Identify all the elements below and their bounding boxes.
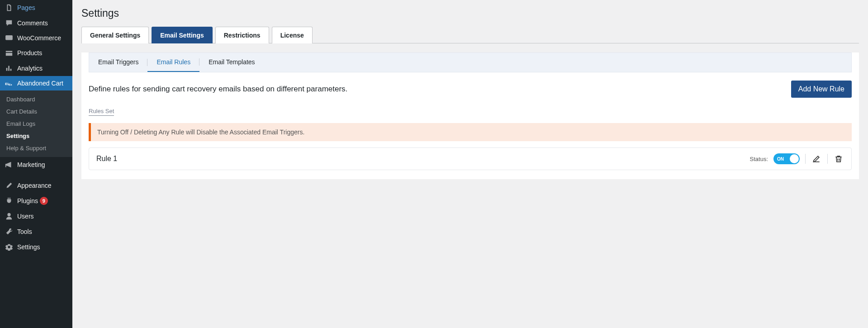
rule-title: Rule 1 bbox=[96, 155, 117, 163]
marketing-icon bbox=[5, 161, 14, 169]
submenu-item-label: Cart Details bbox=[6, 108, 37, 115]
status-label: Status: bbox=[750, 156, 768, 162]
pages-icon bbox=[5, 4, 14, 12]
woocommerce-icon bbox=[5, 35, 14, 41]
tabs-nav: General Settings Email Settings Restrict… bbox=[81, 27, 859, 43]
submenu-item-email-logs[interactable]: Email Logs bbox=[0, 118, 72, 130]
svg-text:Ex: Ex bbox=[9, 83, 12, 86]
submenu-item-settings[interactable]: Settings bbox=[0, 130, 72, 142]
sidebar-item-label: WooCommerce bbox=[17, 34, 61, 42]
tab-label: General Settings bbox=[90, 32, 140, 39]
trash-icon bbox=[834, 154, 843, 163]
submenu-item-cart-details[interactable]: Cart Details bbox=[0, 105, 72, 118]
submenu-item-dashboard[interactable]: Dashboard bbox=[0, 93, 72, 105]
sidebar-item-appearance[interactable]: Appearance bbox=[0, 178, 72, 193]
sidebar-item-label: Pages bbox=[17, 4, 35, 11]
page-title: Settings bbox=[81, 7, 859, 19]
sidebar-item-label: Users bbox=[17, 213, 34, 220]
edit-icon bbox=[812, 154, 821, 163]
tab-general-settings[interactable]: General Settings bbox=[81, 27, 149, 43]
tab-label: License bbox=[280, 32, 304, 39]
submenu-item-label: Dashboard bbox=[6, 96, 35, 103]
subtab-label: Email Templates bbox=[209, 58, 255, 66]
products-icon bbox=[5, 49, 14, 57]
plugins-update-badge: 9 bbox=[40, 197, 48, 205]
rules-set-label: Rules Set bbox=[89, 108, 114, 116]
warning-banner: Turning Off / Deleting Any Rule will Dis… bbox=[89, 123, 852, 141]
sidebar-item-label: Appearance bbox=[17, 182, 52, 189]
subtab-email-rules[interactable]: Email Rules bbox=[147, 53, 199, 72]
tab-email-settings[interactable]: Email Settings bbox=[152, 27, 212, 43]
plugins-icon bbox=[5, 197, 14, 205]
settings-panel: Email Triggers Email Rules Email Templat… bbox=[81, 52, 859, 179]
subtab-label: Email Triggers bbox=[98, 58, 138, 66]
submenu-item-label: Help & Support bbox=[6, 145, 46, 152]
sidebar-item-plugins[interactable]: Plugins 9 bbox=[0, 193, 72, 209]
tools-icon bbox=[5, 228, 14, 236]
abandoned-cart-icon: ELEx bbox=[5, 80, 14, 86]
comments-icon bbox=[5, 19, 14, 27]
sidebar-item-label: Tools bbox=[17, 228, 32, 235]
divider bbox=[827, 154, 828, 164]
subtabs-nav: Email Triggers Email Rules Email Templat… bbox=[89, 52, 852, 72]
sidebar-item-pages[interactable]: Pages bbox=[0, 0, 72, 15]
delete-rule-button[interactable] bbox=[833, 153, 844, 164]
sidebar-item-woocommerce[interactable]: WooCommerce bbox=[0, 31, 72, 45]
sidebar-item-users[interactable]: Users bbox=[0, 209, 72, 224]
divider bbox=[805, 154, 806, 164]
sidebar-item-label: Abandoned Cart bbox=[17, 80, 63, 87]
svg-rect-0 bbox=[5, 35, 13, 40]
sidebar-item-settings[interactable]: Settings bbox=[0, 239, 72, 255]
admin-sidebar: Pages Comments WooCommerce Products Anal… bbox=[0, 0, 72, 328]
sidebar-item-label: Marketing bbox=[17, 161, 45, 168]
subtab-email-triggers[interactable]: Email Triggers bbox=[89, 53, 147, 72]
sidebar-item-label: Analytics bbox=[17, 65, 43, 72]
subtab-label: Email Rules bbox=[157, 58, 190, 66]
main-content: Settings General Settings Email Settings… bbox=[72, 0, 868, 328]
submenu-item-label: Settings bbox=[6, 133, 29, 139]
sidebar-item-label: Settings bbox=[17, 243, 40, 251]
toggle-on-text: ON bbox=[777, 157, 784, 162]
appearance-icon bbox=[5, 181, 14, 190]
sidebar-item-analytics[interactable]: Analytics bbox=[0, 61, 72, 76]
edit-rule-button[interactable] bbox=[811, 153, 822, 164]
sidebar-item-label: Comments bbox=[17, 19, 48, 27]
users-icon bbox=[5, 212, 14, 220]
tab-label: Restrictions bbox=[224, 32, 261, 39]
sidebar-item-comments[interactable]: Comments bbox=[0, 15, 72, 31]
subtab-email-templates[interactable]: Email Templates bbox=[199, 53, 264, 72]
sidebar-item-tools[interactable]: Tools bbox=[0, 224, 72, 239]
sidebar-item-marketing[interactable]: Marketing bbox=[0, 157, 72, 172]
sidebar-item-products[interactable]: Products bbox=[0, 45, 72, 61]
sidebar-item-label: Products bbox=[17, 49, 42, 57]
settings-icon bbox=[5, 243, 14, 251]
sidebar-item-label: Plugins bbox=[17, 197, 38, 204]
rule-actions: Status: ON bbox=[750, 153, 844, 164]
sidebar-item-abandoned-cart[interactable]: ELEx Abandoned Cart bbox=[0, 76, 72, 90]
rule-status-toggle[interactable]: ON bbox=[773, 153, 800, 164]
analytics-icon bbox=[5, 64, 14, 72]
section-description: Define rules for sending cart recovery e… bbox=[89, 85, 347, 94]
tab-restrictions[interactable]: Restrictions bbox=[215, 27, 269, 43]
add-new-rule-button[interactable]: Add New Rule bbox=[791, 81, 852, 98]
submenu-item-label: Email Logs bbox=[6, 120, 35, 127]
submenu-item-help-support[interactable]: Help & Support bbox=[0, 142, 72, 154]
sidebar-submenu: Dashboard Cart Details Email Logs Settin… bbox=[0, 90, 72, 157]
toggle-knob bbox=[790, 154, 799, 163]
rule-row: Rule 1 Status: ON bbox=[89, 147, 852, 170]
tab-license[interactable]: License bbox=[272, 27, 313, 43]
tab-label: Email Settings bbox=[160, 32, 204, 39]
